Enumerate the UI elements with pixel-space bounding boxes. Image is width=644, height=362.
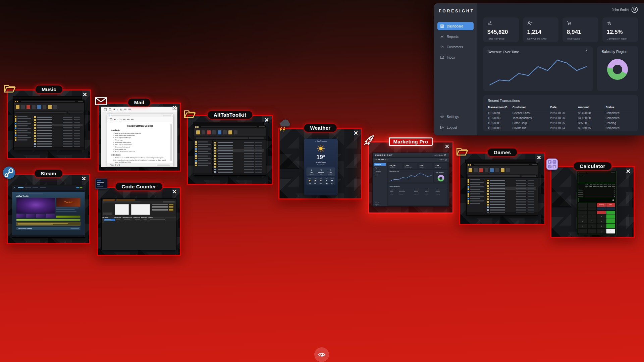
- tree-row: [15, 122, 31, 125]
- close-icon[interactable]: ✕: [172, 189, 177, 195]
- explorer-ribbon: [467, 166, 538, 174]
- calc-key: [578, 229, 587, 234]
- file-row: [214, 155, 264, 157]
- foresight-dashboard-preview-panel[interactable]: FORESIGHT Dashboard Reports Customers In…: [434, 3, 644, 135]
- digit-key: 9: [597, 215, 606, 219]
- window-thumbnail-marketing-pro[interactable]: FORESIGHTJohn Smith FORESIGHT John Smith…: [368, 141, 453, 214]
- explorer-ribbon: [14, 103, 84, 111]
- cloud-icon: [325, 179, 328, 182]
- sidebar-item-logout: Logout: [437, 123, 474, 131]
- instructions-list: Preheat oven to 350°F (175°C). Line two …: [115, 157, 169, 163]
- window-thumbnail-music[interactable]: Music ✕: [7, 89, 91, 159]
- document-scrollbar: [170, 124, 172, 161]
- explorer-status-bar: [467, 213, 538, 215]
- window-thumbnail-code-counter[interactable]: File NameLines of CodeCharacters in File…: [97, 187, 181, 256]
- calculator-titlebar: [578, 172, 615, 174]
- mail-icon: [95, 95, 107, 107]
- grid-icon: [440, 24, 444, 28]
- thumbnail-title: Code Counter: [116, 183, 162, 190]
- user-name: John Smith: [612, 8, 629, 12]
- calculator-display: 0: [578, 198, 615, 202]
- window-thumbnail-alttabtoolkit[interactable]: AltTabToolkit ✕: [187, 115, 273, 185]
- calculator-registers: 0 0 0 0 0: [578, 188, 615, 197]
- tree-row: [468, 188, 484, 190]
- document-status-bar: Page 1 of 1: [107, 163, 173, 167]
- file-row: [487, 184, 536, 187]
- stat-card: 1,214New Users (30d): [404, 163, 418, 169]
- calc-key: [606, 207, 615, 210]
- hourly-item: 16:0018°: [324, 178, 329, 184]
- brand-logo: FORESIGHT: [437, 9, 474, 13]
- file-row: [34, 116, 83, 118]
- register-row: 0: [578, 196, 615, 197]
- stat-cards-row: $45,820Total Revenue 1,214New Users (30d…: [483, 17, 638, 42]
- thumbnail-title: Games: [488, 148, 517, 156]
- window-thumbnail-steam[interactable]: AltTab Toolkit Toolkit Early Access Soft…: [7, 174, 90, 244]
- background-window-bar: [465, 160, 536, 163]
- background-window-bar: [193, 122, 264, 125]
- store-product-title: AltTab Toolkit: [16, 195, 80, 197]
- close-icon[interactable]: ✕: [445, 144, 449, 149]
- calculator-history-area: [578, 174, 615, 183]
- tree-row: [195, 164, 212, 167]
- window-thumbnail-mail[interactable]: B I U B I U Classic Oatmeal Cookies Ingr…: [98, 103, 181, 172]
- digit-key: 7: [578, 215, 587, 219]
- tree-row: [15, 136, 31, 139]
- explorer-folder-tree: [194, 140, 213, 173]
- steam-logo-icon: [14, 187, 16, 188]
- clear-key: Clear: [606, 203, 615, 207]
- file-row: [214, 160, 264, 163]
- file-row: [487, 195, 536, 198]
- stat-card-new-users: 1,214New Users (30d): [523, 17, 559, 42]
- file-row: [214, 146, 264, 149]
- humidity-drop-icon: [329, 169, 331, 171]
- window-thumbnail-calculator[interactable]: 0000 0000 0000 0000 0000 0000 0000 0000 …: [550, 166, 635, 238]
- user-plus-icon: [527, 21, 532, 25]
- sidebar-item-dashboard: Dashboard: [437, 22, 474, 30]
- calculator-icon: [546, 158, 558, 170]
- sidebar-item-logout: Logout: [374, 204, 386, 205]
- mini-transactions-table: Transaction IDCustomerDateAmountStatusTR…: [389, 188, 446, 195]
- close-icon[interactable]: ✕: [83, 92, 87, 98]
- revenue-line-chart: [389, 172, 432, 182]
- stat-card: $45,820Total Revenue: [388, 163, 402, 169]
- mini-stat-cards: $45,820Total Revenue 1,214New Users (30d…: [388, 163, 447, 169]
- steam-icon: [2, 166, 16, 179]
- digit-key: 8: [588, 215, 596, 219]
- operator-key: [606, 219, 615, 224]
- sales-donut-chart: [607, 59, 628, 80]
- sidebar-item-inbox: Inbox: [437, 53, 474, 61]
- file-row: [34, 121, 83, 124]
- window-thumbnail-games[interactable]: Games ✕: [459, 153, 545, 225]
- code-icon: [95, 178, 107, 189]
- avatar: [444, 154, 446, 156]
- explorer-folder-tree: [14, 114, 32, 147]
- operator-key: [606, 224, 615, 229]
- register-row: 0: [578, 188, 615, 190]
- folder-icon: [455, 145, 468, 157]
- document-toolbar: B I U: [101, 107, 177, 112]
- close-icon[interactable]: ✕: [626, 169, 631, 174]
- close-icon[interactable]: ✕: [172, 105, 177, 111]
- file-row: [487, 206, 536, 208]
- close-icon[interactable]: ✕: [537, 155, 541, 161]
- close-icon[interactable]: ✕: [82, 176, 86, 182]
- code-counter-stats: [152, 204, 175, 215]
- stat-card: 8,941Total Sales: [419, 163, 433, 169]
- thumbnail-title: AltTabToolkit: [208, 111, 253, 119]
- window-thumbnail-weather[interactable]: San Francisco 19° Mostly Sunny H:21° L:1…: [278, 128, 362, 199]
- ingredients-list: 1 cup (2 sticks) unsalted butter, soften…: [115, 132, 169, 153]
- close-icon[interactable]: ✕: [354, 130, 358, 136]
- file-row: [487, 179, 536, 182]
- file-row: [214, 144, 264, 146]
- reveal-desktop-button[interactable]: [314, 347, 329, 362]
- hourly-item: Now19°: [307, 178, 313, 184]
- steam-top-nav: [12, 185, 85, 190]
- clear-entry-key: Clear Entry: [597, 203, 606, 207]
- close-icon[interactable]: ✕: [264, 117, 269, 123]
- tree-row: [468, 181, 484, 183]
- digit-key: 4: [578, 219, 587, 224]
- file-row: [214, 157, 264, 160]
- tree-row: [468, 197, 484, 200]
- bold-icon: B: [113, 108, 115, 111]
